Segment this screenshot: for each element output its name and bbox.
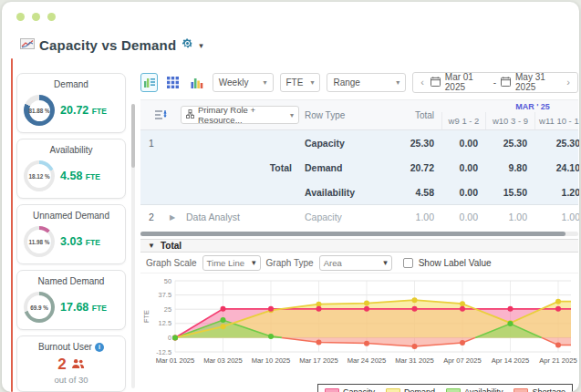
cell-w10: 15.50 (485, 187, 534, 198)
cell-w11: 24.10 (534, 162, 579, 173)
info-icon[interactable]: i (95, 343, 104, 352)
column-week[interactable]: w10 3 - 9 (485, 112, 534, 129)
total-group: 1 Capacity 25.30 0.00 25.30 25.30 Total … (140, 130, 578, 205)
graph-type-select[interactable]: Area▾ (319, 255, 392, 271)
kpi-value: 20.72 FTE (60, 104, 107, 117)
gear-icon[interactable] (181, 36, 194, 54)
window-dot[interactable] (16, 13, 25, 21)
chevron-down-icon: ▾ (290, 111, 294, 119)
legend-item-shortage: Shortage (514, 387, 565, 392)
svg-text:Mar 01 2025: Mar 01 2025 (156, 356, 195, 365)
period-select[interactable]: Weekly▾ (213, 73, 274, 92)
capacity-swatch (325, 388, 339, 392)
cell-w9: 0.00 (441, 211, 485, 222)
shortage-swatch (514, 388, 528, 392)
availability-swatch (446, 388, 461, 392)
table-row[interactable]: Availability 4.58 0.00 15.50 1.20 (140, 180, 578, 204)
svg-text:Apr 07 2025: Apr 07 2025 (443, 356, 481, 365)
main-panel: Weekly▾ FTE▾ Range▾ ‹ Mar 01 2025 - May … (140, 69, 578, 392)
app-window: Capacity vs Demand ▾ Demand 81.88 % 20.7… (2, 2, 579, 392)
svg-text:50: 50 (164, 277, 171, 285)
row-type: Demand (303, 162, 387, 173)
burnout-caption: out of 30 (24, 375, 119, 385)
cell-total: 25.30 (387, 138, 441, 149)
date-from[interactable]: Mar 01 2025 (445, 72, 489, 92)
range-select[interactable]: Range▾ (327, 73, 406, 92)
legend-item-capacity: Capacity (325, 387, 375, 392)
kpi-card-burnout[interactable]: Burnout User i 2 out of 30 (16, 335, 126, 392)
chart-canvas[interactable]: Mar 01 2025Mar 03 2025Mar 10 2025Mar 17 … (140, 275, 578, 377)
column-row-type[interactable]: Row Type (303, 100, 387, 129)
total-section-header[interactable]: ▼ Total (140, 239, 578, 253)
group-by-select[interactable]: Primary Role + Resource... ▾ (181, 106, 299, 124)
row-type: Capacity (303, 138, 387, 149)
table-row[interactable]: 2 ▶ Data Analyst Capacity 1.00 0.00 1.00… (140, 205, 578, 229)
cell-w9: 0.00 (441, 138, 485, 149)
column-total[interactable]: Total (387, 100, 441, 129)
prev-range-button[interactable]: ‹ (419, 77, 426, 88)
cell-w10: 9.80 (485, 162, 534, 173)
graph-scale-select[interactable]: Time Line▾ (202, 255, 261, 271)
date-to[interactable]: May 31 2025 (515, 72, 560, 92)
grid-view-button[interactable] (164, 73, 182, 92)
svg-text:Mar 10 2025: Mar 10 2025 (252, 356, 291, 365)
chevron-down-icon: ▾ (396, 78, 399, 87)
show-label-value-checkbox[interactable] (403, 258, 413, 268)
chevron-down-icon: ▾ (310, 78, 314, 87)
date-separator: - (493, 77, 496, 88)
svg-text:Mar 24 2025: Mar 24 2025 (348, 356, 387, 365)
svg-text:FTE: FTE (142, 310, 150, 323)
window-dot[interactable] (47, 13, 56, 21)
title-dropdown-caret[interactable]: ▾ (199, 41, 203, 50)
donut-percent: 18.12 % (28, 173, 49, 180)
area-chart: Mar 01 2025Mar 03 2025Mar 10 2025Mar 17 … (140, 275, 578, 381)
section-title: Total (161, 241, 182, 251)
cell-w10: 1.00 (485, 211, 534, 222)
sort-rows-icon[interactable] (140, 100, 181, 129)
next-range-button[interactable]: › (565, 77, 572, 88)
hierarchy-icon (186, 109, 194, 120)
legend-item-demand: Demand (386, 387, 435, 392)
horizontal-scrollbar[interactable] (140, 232, 578, 236)
kpi-value: 4.58 FTE (60, 170, 100, 182)
row-number: 1 (140, 138, 164, 149)
window-dot[interactable] (32, 13, 40, 21)
demand-swatch (386, 388, 400, 392)
collapse-icon: ▼ (148, 242, 155, 250)
chevron-down-icon: ▾ (252, 258, 256, 267)
titlebar: Capacity vs Demand ▾ (20, 36, 203, 54)
table-row[interactable]: 1 Capacity 25.30 0.00 25.30 25.30 (140, 130, 578, 155)
calendar-icon (431, 77, 441, 88)
show-label-value-label: Show Label Value (419, 258, 492, 268)
svg-text:Mar 17 2025: Mar 17 2025 (299, 356, 338, 365)
kpi-card-named-demand[interactable]: Named Demand 69.9 % 17.68 FTE (16, 270, 126, 330)
column-week[interactable]: w9 1 - 2 (441, 112, 485, 129)
cell-w11: 1.00 (534, 211, 579, 222)
table-row[interactable]: Total Demand 20.72 0.00 9.80 24.10 (140, 155, 578, 180)
donut-percent: 11.98 % (29, 239, 50, 245)
column-week[interactable]: w11 10 - 16 (534, 112, 579, 129)
unit-select[interactable]: FTE▾ (280, 73, 321, 92)
cell-total: 1.00 (387, 211, 441, 222)
row-number: 2 (140, 211, 164, 222)
availability-donut: 18.12 % (24, 160, 55, 191)
kpi-card-unnamed-demand[interactable]: Unnamed Demand 11.98 % 3.03 FTE (16, 204, 126, 264)
line-chart-icon (20, 37, 35, 54)
kpi-title: Named Demand (24, 276, 119, 286)
svg-text:12.5: 12.5 (159, 319, 171, 327)
kpi-value: 17.68 FTE (60, 301, 107, 314)
expand-row-icon[interactable]: ▶ (164, 213, 181, 222)
graph-controls: Graph Scale Time Line▾ Graph Type Area▾ … (140, 253, 578, 273)
cell-w11: 25.30 (534, 138, 579, 149)
bar-chart-view-button[interactable] (189, 73, 206, 92)
cell-total: 20.72 (387, 162, 441, 173)
kpi-title: Burnout User (38, 342, 92, 352)
vertical-scrollbar[interactable] (131, 104, 135, 388)
svg-text:-12.5: -12.5 (156, 348, 171, 356)
kpi-card-availability[interactable]: Availability 18.12 % 4.58 FTE (16, 139, 126, 199)
kpi-card-demand[interactable]: Demand 81.88 % 20.72 FTE (16, 73, 126, 133)
table-chart-view-button[interactable] (140, 73, 158, 92)
named-demand-donut: 69.9 % (24, 292, 55, 323)
month-group-header: MAR ' 25 (441, 100, 579, 112)
kpi-value: 3.03 FTE (60, 235, 100, 248)
